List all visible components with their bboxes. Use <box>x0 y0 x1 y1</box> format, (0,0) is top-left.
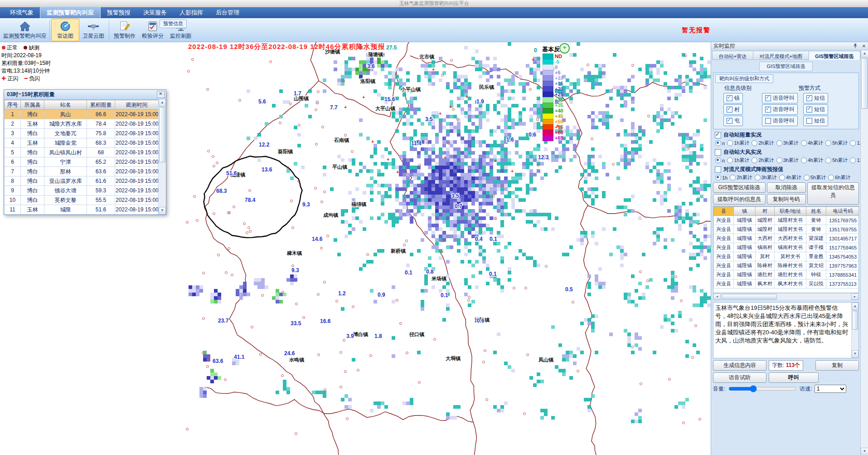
volume-slider[interactable] <box>728 386 796 392</box>
scroll-left-icon[interactable]: ◄ <box>713 294 721 300</box>
tool-item-1[interactable]: 雷达图 <box>51 19 79 41</box>
table-row[interactable]: 兴业县城隍镇镇南村镇南村支书谭于模1517759465 <box>714 243 859 252</box>
panel-tab-2[interactable]: GIS预警区域筛选 <box>809 51 860 60</box>
table-row[interactable]: 10博白英桥文黎55.52022-08-19 15:00 <box>5 196 159 205</box>
radio-icon[interactable] <box>825 157 831 163</box>
menu-tab-3[interactable]: 决策服务 <box>137 7 173 18</box>
copy-button[interactable]: 复制 <box>815 360 859 371</box>
rain-col-header[interactable]: 所属县 <box>21 100 44 110</box>
radio-icon[interactable] <box>727 157 733 163</box>
speed-select[interactable]: 1 <box>815 385 846 393</box>
panel-tab-0[interactable]: 自动站+雷达 <box>712 51 753 60</box>
map-viewport[interactable]: ++++++++++++++沙塘镇蒲塘镇北市镇洛阳镇小平山镇民乐镇山围镇大平山镇… <box>0 42 711 455</box>
scrollbar-thumb[interactable] <box>159 107 165 162</box>
scrollbar-thumb[interactable] <box>852 311 858 330</box>
level-chip-村[interactable]: 村 <box>723 104 743 115</box>
map-zoom-button[interactable]: + <box>559 43 570 54</box>
scroll-up-icon[interactable]: ▲ <box>852 303 858 310</box>
radio-icon[interactable] <box>776 157 782 163</box>
menu-tab-5[interactable]: 后台管理 <box>209 7 246 18</box>
pin-icon[interactable] <box>852 43 859 50</box>
table-row[interactable]: 7博白那林63.62022-08-19 15:00 <box>5 167 159 176</box>
radio-icon[interactable] <box>779 175 785 181</box>
contact-col-header[interactable]: 职务/地址 <box>775 207 806 216</box>
scroll-down-icon[interactable]: ▼ <box>852 350 858 358</box>
contact-table-hscrollbar[interactable]: ◄ ► <box>713 293 859 300</box>
auto-wind-checkbox-row[interactable]: 自动站大风实况 <box>715 148 859 156</box>
tool-item-3[interactable]: 预警制作 <box>111 19 139 41</box>
message-box[interactable]: 玉林市气象台19日5时15分发布暴雨橙色预警信号，4时以来兴业县城隍大西水库已出… <box>713 302 859 358</box>
level-chip-屯[interactable]: 屯 <box>723 116 743 126</box>
model-rain-checkbox-row[interactable]: 对流尺度模式降雨预报值 <box>715 166 859 173</box>
table-row[interactable]: 4玉林城隍金党68.32022-08-19 15:00 <box>5 138 159 148</box>
menu-tab-1[interactable]: 监测预警靶向叫应 <box>40 6 101 18</box>
level-chip-镇[interactable]: 镇 <box>723 93 743 103</box>
contact-col-header[interactable]: 姓名 <box>806 207 826 216</box>
table-row[interactable]: 兴业县城隍镇莫村莫村支书覃金甦1345754053 <box>714 252 859 261</box>
sms-chip-0[interactable]: 短信 <box>803 93 828 103</box>
scrollbar-thumb[interactable] <box>861 58 868 109</box>
copy-number-button[interactable]: 复制叫号码 <box>767 194 806 205</box>
call-button[interactable]: 呼叫 <box>769 372 819 383</box>
table-row[interactable]: 11玉林城隍51.62022-08-19 15:00 <box>5 205 159 215</box>
extract-call-button[interactable]: 提取呼叫的信息员 <box>713 194 766 205</box>
radio-icon[interactable] <box>825 140 831 146</box>
rain-col-header[interactable]: 累积雨量 <box>87 100 115 110</box>
menu-tab-0[interactable]: 环境气象 <box>4 7 40 18</box>
scroll-down-icon[interactable]: ▼ <box>861 448 868 455</box>
panel-tab-1[interactable]: 对流尺度模式+地图 <box>753 51 809 60</box>
rain-table-window[interactable]: 03时~15时累积雨量 ✕ 序号所属县站名累积雨量观测时间 1博白凤山86.62… <box>4 89 166 215</box>
radio-icon[interactable] <box>730 175 736 181</box>
cancel-filter-button[interactable]: 取消筛选 <box>767 182 806 193</box>
menu-tab-2[interactable]: 预警预报 <box>101 7 137 18</box>
table-row[interactable]: 兴业县城隍镇城隍村城隍村支书黄铸1351769755 <box>714 216 859 225</box>
tool-item-0[interactable]: 监测预警靶向叫应 <box>2 19 48 41</box>
radio-icon[interactable] <box>715 157 721 163</box>
voice-preview-button[interactable]: 语音试听 <box>713 372 766 383</box>
extract-sms-button[interactable]: 提取发短信的信息员 <box>807 182 859 205</box>
radio-icon[interactable] <box>804 175 810 181</box>
scroll-down-icon[interactable]: ▼ <box>159 207 166 215</box>
contact-col-header[interactable]: 电话号码 <box>826 207 859 216</box>
table-row[interactable]: 兴业县城隍镇枫木村枫木村支书吴以悦1373755113 <box>714 279 859 289</box>
checkbox-icon[interactable] <box>715 149 721 156</box>
table-row[interactable]: 兴业县城隍镇大西村大西村支书梁深建1301495717 <box>714 234 859 243</box>
radio-icon[interactable] <box>752 140 757 146</box>
table-row[interactable]: 5博白凤山镇凤山村682022-08-19 15:00 <box>5 148 159 157</box>
voice-call-chip-2[interactable]: 语音呼叫 <box>762 116 798 126</box>
table-row[interactable]: 8博白亚山温罗水库61.62022-08-19 15:00 <box>5 176 159 186</box>
sms-chip-1[interactable]: 短信 <box>803 104 828 115</box>
close-icon[interactable]: ✕ <box>157 91 165 98</box>
voice-call-chip-1[interactable]: 语音呼叫 <box>762 104 798 115</box>
table-row[interactable]: 3博白文地姜冗75.82022-08-19 15:00 <box>5 129 159 138</box>
contact-col-header[interactable]: 镇 <box>734 207 756 216</box>
voice-call-chip-0[interactable]: 语音呼叫 <box>762 93 798 103</box>
radio-icon[interactable] <box>801 140 807 146</box>
radio-icon[interactable] <box>715 175 721 181</box>
checkbox-icon[interactable] <box>715 132 721 138</box>
radio-icon[interactable] <box>752 157 757 163</box>
sms-chip-2[interactable]: 短信 <box>803 116 828 126</box>
message-scrollbar[interactable]: ▲ ▼ <box>851 303 858 358</box>
rain-col-header[interactable]: 序号 <box>5 100 21 110</box>
gis-filter-section-label[interactable]: GIS预警区域筛选 <box>759 62 813 71</box>
close-icon[interactable]: ✕ <box>860 43 868 50</box>
gis-filter-button[interactable]: GIS预警区域筛选 <box>713 182 766 193</box>
table-row[interactable]: 9博白顿谷大塘59.32022-08-19 15:00 <box>5 186 159 196</box>
table-row[interactable]: 6博白宁潭65.22022-08-19 15:00 <box>5 157 159 167</box>
radio-icon[interactable] <box>776 140 782 146</box>
radio-icon[interactable] <box>727 140 733 146</box>
radio-icon[interactable] <box>828 175 834 181</box>
scrollbar-thumb[interactable] <box>722 294 777 299</box>
radio-icon[interactable] <box>850 140 856 146</box>
radio-icon[interactable] <box>715 140 721 146</box>
panel-scrollbar[interactable]: ▲ ▼ <box>860 50 868 455</box>
scroll-up-icon[interactable]: ▲ <box>159 99 166 107</box>
auto-rain-checkbox-row[interactable]: 自动站雨量实况 <box>715 131 859 139</box>
contact-col-header[interactable]: 县 <box>714 207 734 216</box>
rain-table-scrollbar[interactable]: ▲ ▼ <box>158 99 166 215</box>
radio-icon[interactable] <box>801 157 807 163</box>
scroll-up-icon[interactable]: ▲ <box>861 50 868 58</box>
rain-col-header[interactable]: 观测时间 <box>115 100 159 110</box>
contact-col-header[interactable]: 村 <box>756 207 775 216</box>
